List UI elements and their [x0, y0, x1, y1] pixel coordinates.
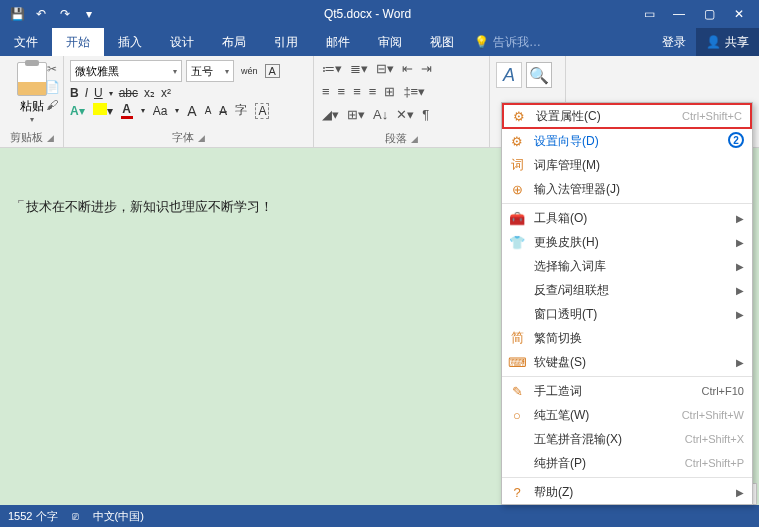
show-marks-button[interactable]: ¶	[420, 106, 431, 123]
tell-me[interactable]: 💡告诉我…	[468, 34, 541, 51]
char-border-button[interactable]: A	[265, 64, 280, 78]
undo-icon[interactable]: ↶	[30, 7, 52, 21]
menu-item[interactable]: ○纯五笔(W)Ctrl+Shift+W	[502, 403, 752, 427]
group-paragraph: ≔▾ ≣▾ ⊟▾ ⇤ ⇥ ≡ ≡ ≡ ≡ ⊞ ‡≡▾ ◢▾ ⊞▾ A↓ ✕▾ ¶…	[314, 56, 490, 147]
numbering-button[interactable]: ≣▾	[348, 60, 370, 77]
font-color-button[interactable]: A	[121, 102, 133, 119]
change-case-button[interactable]: Aa	[153, 104, 168, 118]
menu-item[interactable]: ⚙设置向导(D)2	[502, 129, 752, 153]
menu-item[interactable]: 反查/词组联想▶	[502, 278, 752, 302]
menu-item-icon: ⌨	[508, 355, 526, 370]
close-icon[interactable]: ✕	[725, 7, 753, 21]
char-shading-button[interactable]: 字	[235, 102, 247, 119]
italic-button[interactable]: I	[85, 86, 88, 100]
highlight-button[interactable]: ▾	[93, 103, 113, 118]
menu-item-icon: ○	[508, 408, 526, 423]
word-count[interactable]: 1552 个字	[8, 509, 58, 524]
tab-file[interactable]: 文件	[0, 28, 52, 56]
menu-item-icon: ⊕	[508, 182, 526, 197]
text-direction-button[interactable]: ✕▾	[394, 106, 416, 123]
menu-item[interactable]: ⌨软键盘(S)▶	[502, 350, 752, 374]
styles-button[interactable]: A	[496, 62, 522, 88]
save-icon[interactable]: 💾	[6, 7, 28, 21]
font-launcher[interactable]: ◢	[198, 133, 205, 143]
strike-button[interactable]: abc	[119, 86, 138, 100]
minimize-icon[interactable]: —	[665, 7, 693, 21]
menu-item[interactable]: 纯拼音(P)Ctrl+Shift+P	[502, 451, 752, 475]
paste-label: 粘贴	[20, 98, 44, 115]
tab-review[interactable]: 审阅	[364, 28, 416, 56]
restore-icon[interactable]: ▢	[695, 7, 723, 21]
bullets-button[interactable]: ≔▾	[320, 60, 344, 77]
copy-icon[interactable]: 📄	[44, 80, 60, 96]
submenu-arrow-icon: ▶	[736, 285, 744, 296]
menu-item[interactable]: 选择输入词库▶	[502, 254, 752, 278]
clipboard-icon	[17, 62, 47, 96]
superscript-button[interactable]: x²	[161, 86, 171, 100]
menu-item[interactable]: 👕更换皮肤(H)▶	[502, 230, 752, 254]
menu-item[interactable]: 窗口透明(T)▶	[502, 302, 752, 326]
align-right-button[interactable]: ≡	[351, 83, 363, 100]
login-button[interactable]: 登录	[652, 28, 696, 56]
menu-item-shortcut: Ctrl+Shift+X	[685, 433, 744, 445]
paragraph-launcher[interactable]: ◢	[411, 134, 418, 144]
tab-view[interactable]: 视图	[416, 28, 468, 56]
menu-item[interactable]: 词词库管理(M)	[502, 153, 752, 177]
find-button[interactable]: 🔍	[526, 62, 552, 88]
menu-item[interactable]: 简繁简切换	[502, 326, 752, 350]
format-painter-icon[interactable]: 🖌	[44, 98, 60, 114]
menu-item-icon: 👕	[508, 235, 526, 250]
pinyin-button[interactable]: wén	[238, 64, 261, 78]
menu-item-label: 词库管理(M)	[534, 157, 744, 174]
grow-font-button[interactable]: A	[187, 103, 196, 119]
justify-button[interactable]: ≡	[367, 83, 379, 100]
font-size-combo[interactable]: 五号▾	[186, 60, 234, 82]
shrink-font-button[interactable]: A	[205, 105, 212, 116]
qat-more-icon[interactable]: ▾	[78, 7, 100, 21]
text-effects-button[interactable]: A▾	[70, 104, 85, 118]
align-left-button[interactable]: ≡	[320, 83, 332, 100]
redo-icon[interactable]: ↷	[54, 7, 76, 21]
menu-item[interactable]: 五笔拼音混输(X)Ctrl+Shift+X	[502, 427, 752, 451]
indent-left-button[interactable]: ⇤	[400, 60, 415, 77]
share-button[interactable]: 👤共享	[696, 28, 759, 56]
multilevel-button[interactable]: ⊟▾	[374, 60, 396, 77]
menu-item[interactable]: ⊕输入法管理器(J)	[502, 177, 752, 201]
subscript-button[interactable]: x₂	[144, 86, 155, 100]
clipboard-label: 剪贴板	[10, 130, 43, 145]
distribute-button[interactable]: ⊞	[382, 83, 397, 100]
tab-references[interactable]: 引用	[260, 28, 312, 56]
tab-home[interactable]: 开始	[52, 28, 104, 56]
menu-item[interactable]: ?帮助(Z)▶	[502, 480, 752, 504]
tab-mailings[interactable]: 邮件	[312, 28, 364, 56]
menu-item[interactable]: 🧰工具箱(O)▶	[502, 206, 752, 230]
font-name-combo[interactable]: 微软雅黑▾	[70, 60, 182, 82]
lang-icon[interactable]: ⎚	[72, 510, 79, 522]
submenu-arrow-icon: ▶	[736, 487, 744, 498]
window-controls: ▭ — ▢ ✕	[629, 7, 759, 21]
menu-item-icon: 🧰	[508, 211, 526, 226]
line-spacing-button[interactable]: ‡≡▾	[401, 83, 427, 100]
enclose-char-button[interactable]: A	[255, 103, 269, 119]
tab-design[interactable]: 设计	[156, 28, 208, 56]
tab-insert[interactable]: 插入	[104, 28, 156, 56]
shading-button[interactable]: ◢▾	[320, 106, 341, 123]
menu-item[interactable]: ⚙设置属性(C)Ctrl+Shift+C	[502, 103, 752, 129]
borders-button[interactable]: ⊞▾	[345, 106, 367, 123]
underline-button[interactable]: U	[94, 86, 103, 100]
menu-item-label: 繁简切换	[534, 330, 744, 347]
menu-item-label: 纯五笔(W)	[534, 407, 682, 424]
clipboard-launcher[interactable]: ◢	[47, 133, 54, 143]
align-center-button[interactable]: ≡	[336, 83, 348, 100]
menu-item[interactable]: ✎手工造词Ctrl+F10	[502, 379, 752, 403]
sort-button[interactable]: A↓	[371, 106, 390, 123]
indent-right-button[interactable]: ⇥	[419, 60, 434, 77]
bold-button[interactable]: B	[70, 86, 79, 100]
cut-icon[interactable]: ✂	[44, 62, 60, 78]
tab-layout[interactable]: 布局	[208, 28, 260, 56]
language[interactable]: 中文(中国)	[93, 509, 144, 524]
menu-item-label: 设置向导(D)	[534, 133, 744, 150]
menu-item-shortcut: Ctrl+Shift+C	[682, 110, 742, 122]
ribbon-options-icon[interactable]: ▭	[635, 7, 663, 21]
clear-format-button[interactable]: A̶	[219, 104, 227, 118]
